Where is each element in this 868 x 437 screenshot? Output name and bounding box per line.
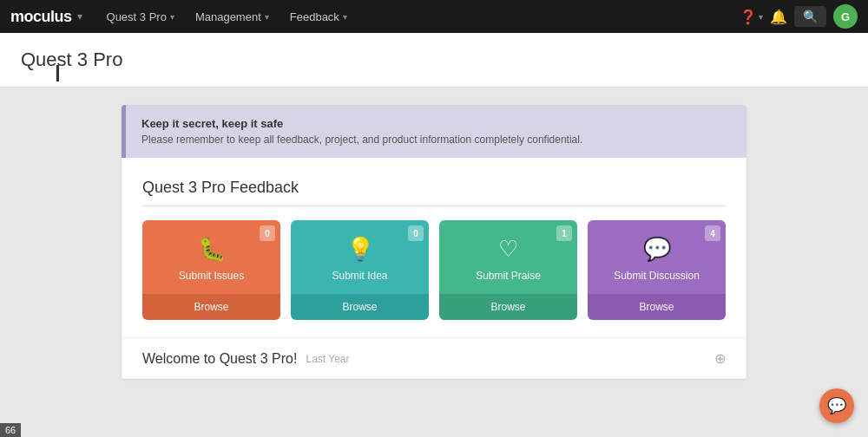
nav-item-quest3pro-label: Quest 3 Pro bbox=[107, 10, 167, 23]
nav-item-management-label: Management bbox=[195, 10, 261, 23]
nav-management-chevron-icon: ▾ bbox=[265, 12, 269, 22]
welcome-date: Last Year bbox=[306, 353, 349, 365]
page-header: Quest 3 Pro bbox=[0, 33, 868, 88]
avatar-initial: G bbox=[841, 10, 850, 23]
card-discussion-browse[interactable]: Browse bbox=[588, 294, 726, 320]
card-issues-label: Submit Issues bbox=[179, 270, 244, 282]
card-praise-main: 1 ♡ Submit Praise bbox=[439, 220, 577, 294]
navbar: moculus ▾ Quest 3 Pro ▾ Management ▾ Fee… bbox=[0, 0, 868, 33]
nav-logo[interactable]: moculus bbox=[10, 8, 72, 26]
nav-item-feedback-label: Feedback bbox=[290, 10, 339, 23]
nav-item-feedback[interactable]: Feedback ▾ bbox=[279, 0, 358, 33]
nav-item-management[interactable]: Management ▾ bbox=[185, 0, 279, 33]
card-discussion[interactable]: 4 💬 Submit Discussion Browse bbox=[588, 220, 726, 320]
chat-icon: 💬 bbox=[827, 396, 846, 415]
card-discussion-badge: 4 bbox=[705, 225, 720, 241]
status-bar: 66 bbox=[0, 423, 21, 437]
search-icon: 🔍 bbox=[803, 10, 818, 23]
card-discussion-main: 4 💬 Submit Discussion bbox=[588, 220, 726, 294]
card-issues-badge: 0 bbox=[260, 225, 275, 241]
welcome-section: Welcome to Quest 3 Pro! Last Year ⊕ bbox=[122, 337, 746, 379]
bug-icon: 🐛 bbox=[198, 236, 226, 263]
feedback-heading: Quest 3 Pro Feedback bbox=[142, 179, 726, 206]
help-chevron-icon: ▾ bbox=[759, 12, 763, 22]
welcome-title-text: Welcome to Quest 3 Pro! bbox=[142, 351, 297, 367]
nav-logo-chevron-icon: ▾ bbox=[77, 10, 82, 23]
card-idea[interactable]: 0 💡 Submit Idea Browse bbox=[291, 220, 429, 320]
nav-quest3pro-chevron-icon: ▾ bbox=[170, 12, 174, 22]
card-praise-label: Submit Praise bbox=[476, 270, 541, 282]
card-praise[interactable]: 1 ♡ Submit Praise Browse bbox=[439, 220, 577, 320]
card-issues[interactable]: 0 🐛 Submit Issues Browse bbox=[142, 220, 280, 320]
heart-icon: ♡ bbox=[498, 236, 518, 263]
card-idea-label: Submit Idea bbox=[332, 270, 387, 282]
nav-feedback-chevron-icon: ▾ bbox=[343, 12, 347, 22]
card-idea-badge: 0 bbox=[408, 225, 424, 241]
banner-text: Please remember to keep all feedback, pr… bbox=[141, 134, 731, 146]
card-idea-main: 0 💡 Submit Idea bbox=[291, 220, 429, 294]
main-content: Keep it secret, keep it safe Please reme… bbox=[0, 88, 868, 396]
lightbulb-icon: 💡 bbox=[346, 236, 374, 263]
card-discussion-label: Submit Discussion bbox=[614, 270, 700, 282]
discussion-icon: 💬 bbox=[643, 236, 671, 263]
user-avatar[interactable]: G bbox=[833, 4, 858, 29]
card-issues-browse[interactable]: Browse bbox=[142, 294, 280, 320]
search-button[interactable]: 🔍 bbox=[794, 6, 826, 27]
welcome-expand-button[interactable]: ⊕ bbox=[714, 350, 726, 367]
feedback-section: Quest 3 Pro Feedback 0 🐛 Submit Issues B… bbox=[122, 158, 746, 337]
banner-title: Keep it secret, keep it safe bbox=[141, 117, 731, 130]
confidential-banner: Keep it secret, keep it safe Please reme… bbox=[122, 105, 746, 158]
card-issues-main: 0 🐛 Submit Issues bbox=[142, 220, 280, 294]
welcome-title: Welcome to Quest 3 Pro! Last Year bbox=[142, 351, 350, 367]
notifications-button[interactable]: 🔔 bbox=[770, 9, 787, 25]
nav-item-quest3pro[interactable]: Quest 3 Pro ▾ bbox=[96, 0, 185, 33]
card-praise-browse[interactable]: Browse bbox=[439, 294, 577, 320]
page-title: Quest 3 Pro bbox=[21, 49, 847, 71]
help-icon: ❓ bbox=[740, 9, 757, 25]
chat-bubble-button[interactable]: 💬 bbox=[819, 388, 854, 423]
card-idea-browse[interactable]: Browse bbox=[291, 294, 429, 320]
bell-icon: 🔔 bbox=[770, 9, 787, 25]
cards-row: 0 🐛 Submit Issues Browse 0 💡 Submit Idea… bbox=[142, 220, 726, 320]
card-praise-badge: 1 bbox=[556, 225, 572, 241]
nav-right: ❓ ▾ 🔔 🔍 G bbox=[740, 4, 858, 29]
status-number: 66 bbox=[5, 425, 16, 435]
help-button[interactable]: ❓ ▾ bbox=[740, 9, 763, 25]
content-card: Keep it secret, keep it safe Please reme… bbox=[122, 105, 746, 379]
